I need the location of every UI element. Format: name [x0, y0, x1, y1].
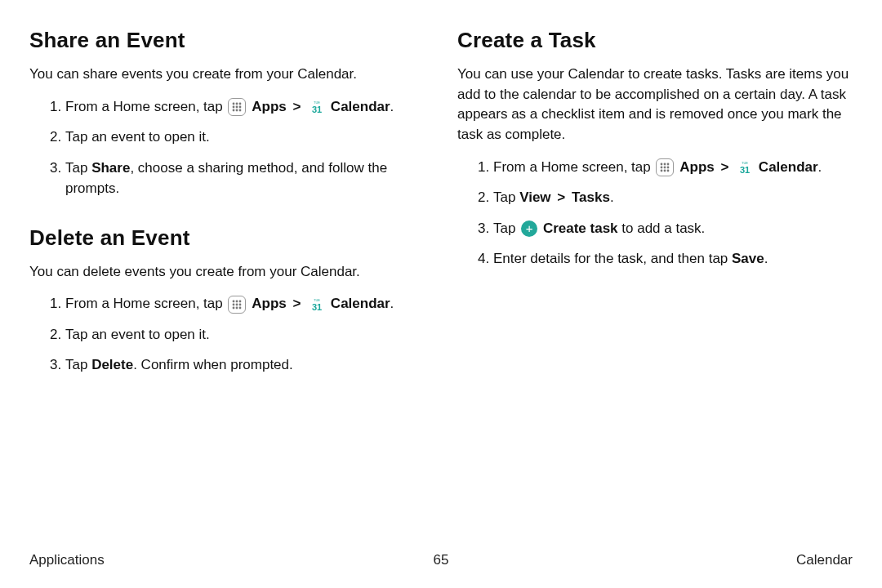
svg-point-13 — [239, 300, 242, 302]
step-text: From a Home screen, tap — [65, 296, 223, 311]
delete-label: Delete — [91, 357, 133, 372]
task-step-2: Tap View > Tasks. — [493, 187, 853, 208]
period: . — [390, 99, 394, 114]
left-column: Share an Event You can share events you … — [29, 28, 425, 402]
svg-point-17 — [233, 306, 235, 309]
view-label: View — [519, 189, 550, 205]
svg-point-0 — [233, 103, 235, 105]
delete-step-3: Tap Delete. Confirm when prompted. — [65, 354, 425, 376]
step-text: to add a task. — [618, 220, 706, 236]
create-task-title: Create a Task — [457, 28, 853, 53]
delete-step-2: Tap an event to open it. — [65, 324, 425, 345]
right-column: Create a Task You can use your Calendar … — [457, 28, 853, 402]
step-text: . — [764, 251, 768, 266]
svg-point-12 — [236, 300, 238, 302]
svg-point-25 — [661, 167, 663, 169]
svg-point-18 — [236, 306, 238, 309]
step-text: Enter details for the task, and then tap — [493, 251, 732, 266]
svg-text:31: 31 — [312, 105, 322, 114]
footer-right: Calendar — [796, 552, 853, 568]
share-event-section: Share an Event You can share events you … — [29, 28, 425, 199]
apps-label: Apps — [252, 296, 287, 311]
period: . — [390, 296, 394, 311]
svg-point-26 — [664, 167, 666, 169]
calendar-icon: TUE31 — [309, 99, 325, 115]
delete-step-1: From a Home screen, tap Apps > TUE31 Cal… — [65, 293, 425, 314]
save-label: Save — [732, 251, 764, 266]
svg-point-8 — [239, 109, 242, 112]
svg-point-16 — [239, 303, 242, 305]
page-footer: Applications 65 Calendar — [29, 552, 853, 568]
step-text: Tap — [493, 220, 519, 236]
task-step-3: Tap + Create task to add a task. — [493, 218, 853, 239]
svg-point-6 — [233, 109, 235, 112]
step-text: Tap — [65, 357, 91, 372]
tasks-label: Tasks — [572, 189, 610, 205]
svg-point-1 — [236, 103, 238, 105]
create-task-label: Create task — [543, 220, 618, 236]
share-label: Share — [91, 160, 130, 176]
delete-event-steps: From a Home screen, tap Apps > TUE31 Cal… — [29, 293, 425, 376]
svg-point-3 — [233, 106, 235, 109]
step-text: From a Home screen, tap — [493, 159, 651, 175]
chevron-icon: > — [720, 159, 728, 175]
apps-label: Apps — [252, 99, 287, 114]
create-task-steps: From a Home screen, tap Apps > TUE31 Cal… — [457, 157, 853, 270]
svg-point-15 — [236, 303, 238, 305]
svg-text:31: 31 — [740, 165, 750, 175]
svg-point-14 — [233, 303, 235, 305]
step-text: Tap — [493, 189, 519, 205]
calendar-label: Calendar — [331, 99, 390, 114]
svg-point-2 — [239, 103, 242, 105]
share-step-1: From a Home screen, tap Apps > TUE31 Cal… — [65, 96, 425, 118]
plus-icon: + — [521, 220, 537, 237]
share-event-title: Share an Event — [29, 28, 425, 53]
svg-point-27 — [667, 167, 670, 169]
footer-page-number: 65 — [434, 552, 449, 568]
svg-point-11 — [233, 300, 235, 302]
svg-point-19 — [239, 306, 242, 309]
task-step-1: From a Home screen, tap Apps > TUE31 Cal… — [493, 157, 853, 178]
period: . — [610, 189, 614, 205]
delete-event-section: Delete an Event You can delete events yo… — [29, 225, 425, 376]
svg-point-28 — [661, 170, 663, 172]
step-text: From a Home screen, tap — [65, 99, 223, 114]
svg-point-22 — [661, 163, 663, 166]
share-event-steps: From a Home screen, tap Apps > TUE31 Cal… — [29, 96, 425, 199]
chevron-icon: > — [292, 99, 301, 114]
apps-icon — [656, 158, 674, 176]
apps-icon — [228, 296, 246, 314]
svg-point-7 — [236, 109, 238, 112]
chevron-icon: > — [557, 189, 565, 205]
svg-point-24 — [667, 163, 670, 166]
calendar-icon: TUE31 — [309, 296, 325, 313]
calendar-label: Calendar — [331, 296, 390, 311]
content-columns: Share an Event You can share events you … — [29, 28, 853, 402]
delete-event-intro: You can delete events you create from yo… — [29, 262, 425, 283]
create-task-section: Create a Task You can use your Calendar … — [457, 28, 853, 270]
calendar-icon: TUE31 — [737, 159, 753, 176]
svg-text:31: 31 — [312, 302, 322, 312]
svg-point-4 — [236, 106, 238, 109]
svg-point-5 — [239, 106, 242, 109]
footer-left: Applications — [29, 552, 105, 568]
delete-event-title: Delete an Event — [29, 225, 425, 251]
calendar-label: Calendar — [759, 159, 818, 175]
chevron-icon: > — [292, 296, 301, 311]
share-step-2: Tap an event to open it. — [65, 127, 425, 148]
svg-point-29 — [664, 170, 666, 172]
step-text: Tap — [65, 160, 91, 176]
create-task-intro: You can use your Calendar to create task… — [457, 65, 853, 145]
period: . — [818, 159, 822, 175]
share-event-intro: You can share events you create from you… — [29, 65, 425, 85]
apps-label: Apps — [679, 159, 715, 175]
task-step-4: Enter details for the task, and then tap… — [493, 248, 853, 270]
svg-point-23 — [664, 163, 666, 166]
step-text: . Confirm when prompted. — [133, 357, 293, 372]
share-step-3: Tap Share, choose a sharing method, and … — [65, 158, 425, 199]
apps-icon — [228, 98, 246, 116]
svg-point-30 — [667, 170, 670, 172]
